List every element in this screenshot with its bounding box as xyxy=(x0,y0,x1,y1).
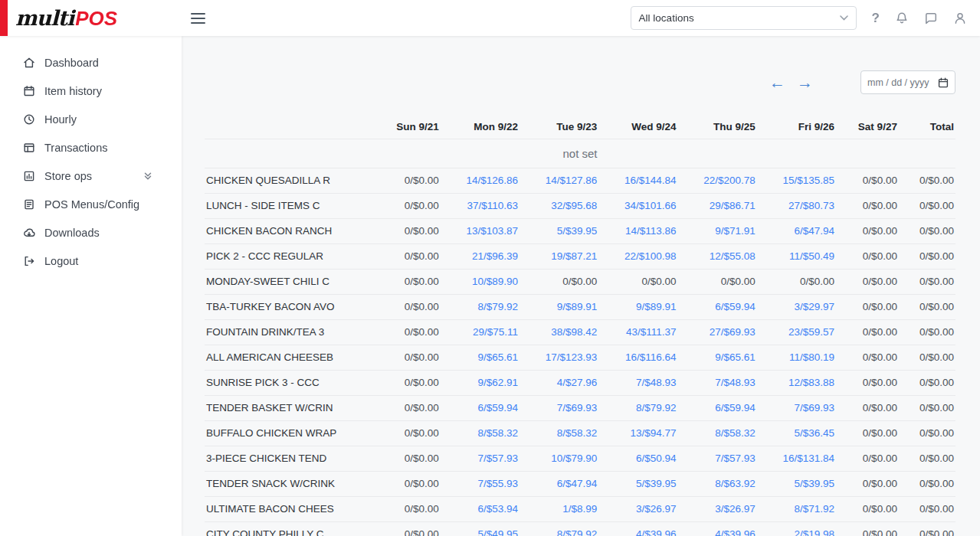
date-input[interactable] xyxy=(867,77,933,88)
cell-value-link[interactable]: 7/$48.93 xyxy=(715,377,755,388)
item-name: CITY COUNTY PHILLY C xyxy=(205,521,362,536)
menu-toggle-button[interactable] xyxy=(191,11,209,26)
cell-value-link[interactable]: 13/$103.87 xyxy=(467,225,519,237)
cell-value-link[interactable]: 8/$71.92 xyxy=(795,503,835,515)
sidebar-item-hourly[interactable]: Hourly xyxy=(0,105,182,133)
cell-value-link[interactable]: 11/$50.49 xyxy=(789,250,834,262)
cell-value-link[interactable]: 23/$59.57 xyxy=(788,326,834,338)
cell-value-link[interactable]: 17/$123.93 xyxy=(546,351,598,363)
cell-value-link[interactable]: 6/$59.94 xyxy=(715,402,755,413)
cell-value-link[interactable]: 6/$47.94 xyxy=(795,225,835,237)
cell-value-link[interactable]: 5/$49.95 xyxy=(478,528,519,536)
cell-value-link[interactable]: 19/$87.21 xyxy=(551,250,597,262)
help-button[interactable]: ? xyxy=(872,11,880,25)
cell-value-link[interactable]: 11/$80.19 xyxy=(789,351,834,363)
cell-value-link[interactable]: 9/$65.61 xyxy=(715,351,755,363)
cell: 0/$0.00 xyxy=(899,420,955,446)
cell-value-link[interactable]: 16/$131.84 xyxy=(783,453,835,464)
cell-value-link[interactable]: 8/$79.92 xyxy=(557,528,598,536)
sidebar-item-transactions[interactable]: Transactions xyxy=(0,133,182,162)
next-week-button[interactable]: → xyxy=(797,74,813,90)
cell-value-link[interactable]: 14/$113.86 xyxy=(625,225,677,237)
item-name: 3-PIECE CHICKEN TEND xyxy=(205,446,362,471)
cell-value-link[interactable]: 3/$26.97 xyxy=(636,503,677,515)
cell-value-link[interactable]: 43/$111.37 xyxy=(626,326,677,338)
cell-value-link[interactable]: 8/$79.92 xyxy=(636,402,677,413)
cell-value-link[interactable]: 10/$89.90 xyxy=(472,276,518,287)
sidebar-item-downloads[interactable]: Downloads xyxy=(0,218,182,247)
sidebar-item-dashboard[interactable]: Dashboard xyxy=(0,48,182,77)
cell-value-link[interactable]: 9/$62.91 xyxy=(478,377,519,388)
cell-value-link[interactable]: 13/$94.77 xyxy=(631,427,677,439)
prev-week-button[interactable]: ← xyxy=(769,74,785,90)
cell-value-link[interactable]: 6/$59.94 xyxy=(478,402,519,413)
cell-value-link[interactable]: 16/$116.64 xyxy=(625,351,677,363)
messages-button[interactable] xyxy=(924,11,938,25)
cell-value-link[interactable]: 38/$98.42 xyxy=(551,326,597,338)
cell: 8/$58.32 xyxy=(441,420,519,446)
cell-value-link[interactable]: 12/$55.08 xyxy=(710,250,755,262)
cell-value-link[interactable]: 9/$71.91 xyxy=(715,225,755,237)
cell-value-link[interactable]: 6/$50.94 xyxy=(636,453,677,464)
cell-value-link[interactable]: 8/$58.32 xyxy=(557,427,598,439)
sidebar-item-pos-menus-config[interactable]: POS Menus/Config xyxy=(0,190,182,218)
table-header-row: Sun 9/21Mon 9/22Tue 9/23Wed 9/24Thu 9/25… xyxy=(205,116,955,139)
cell-value-link[interactable]: 7/$57.93 xyxy=(478,453,519,464)
cell-value-link[interactable]: 4/$39.96 xyxy=(636,528,677,536)
cell-value-link[interactable]: 3/$29.97 xyxy=(795,301,835,312)
cell-value-link[interactable]: 9/$65.61 xyxy=(478,351,519,363)
cell-value-link[interactable]: 32/$95.68 xyxy=(551,200,597,211)
cell-value-link[interactable]: 34/$101.66 xyxy=(624,200,677,211)
notifications-button[interactable] xyxy=(895,11,909,25)
date-picker[interactable] xyxy=(860,70,955,94)
cell-value-link[interactable]: 5/$36.45 xyxy=(795,427,835,439)
cell-value-link[interactable]: 8/$58.32 xyxy=(478,427,519,439)
cell-value-link[interactable]: 22/$200.78 xyxy=(703,175,755,186)
cell-value-link[interactable]: 1/$8.99 xyxy=(562,503,597,515)
sidebar-item-store-ops[interactable]: Store ops xyxy=(0,162,182,190)
calendar-icon[interactable] xyxy=(938,77,949,88)
sidebar-item-item-history[interactable]: Item history xyxy=(0,77,182,105)
cell-value-link[interactable]: 4/$27.96 xyxy=(557,377,598,388)
cell-value-link[interactable]: 5/$39.95 xyxy=(795,478,835,489)
cell: 0/$0.00 xyxy=(519,269,598,294)
cell-value-link[interactable]: 9/$89.91 xyxy=(557,301,598,312)
cell-value-link[interactable]: 22/$100.98 xyxy=(624,250,677,262)
cell-value-link[interactable]: 15/$135.85 xyxy=(783,175,835,186)
cell-value-link[interactable]: 14/$126.86 xyxy=(467,175,519,186)
cell-value-link[interactable]: 2/$19.98 xyxy=(795,528,835,536)
item-name: ALL AMERICAN CHEESEB xyxy=(205,345,362,370)
account-button[interactable] xyxy=(953,11,967,25)
cell-value-link[interactable]: 8/$63.92 xyxy=(715,478,755,489)
cell-value-link[interactable]: 7/$69.93 xyxy=(557,402,598,413)
cell-value-link[interactable]: 5/$39.95 xyxy=(636,478,677,489)
cell-value-link[interactable]: 7/$57.93 xyxy=(715,453,755,464)
cell-value-link[interactable]: 16/$144.84 xyxy=(624,175,677,186)
cell-value-link[interactable]: 8/$79.92 xyxy=(478,301,519,312)
cell-value-link[interactable]: 6/$53.94 xyxy=(478,503,519,515)
cell-value-link[interactable]: 29/$75.11 xyxy=(473,326,518,338)
location-select[interactable]: All locations xyxy=(631,6,857,30)
chevrons-down-icon xyxy=(143,172,152,181)
cell-value-link[interactable]: 7/$69.93 xyxy=(795,402,835,413)
cell-value-link[interactable]: 21/$96.39 xyxy=(472,250,518,262)
sidebar-item-logout[interactable]: Logout xyxy=(0,247,182,275)
cell-value-link[interactable]: 8/$58.32 xyxy=(715,427,755,439)
cell: 7/$69.93 xyxy=(757,395,836,420)
cell-value-link[interactable]: 10/$79.90 xyxy=(551,453,597,464)
cell-value-link[interactable]: 9/$89.91 xyxy=(636,301,677,312)
cell-value-link[interactable]: 4/$39.96 xyxy=(715,528,755,536)
cell-value-link[interactable]: 6/$47.94 xyxy=(557,478,598,489)
cell-value-link[interactable]: 3/$26.97 xyxy=(715,503,755,515)
cell-value-link[interactable]: 12/$83.88 xyxy=(788,377,834,388)
cell-value-link[interactable]: 6/$59.94 xyxy=(715,301,755,312)
cell-value-link[interactable]: 29/$86.71 xyxy=(710,200,755,211)
cell-value-link[interactable]: 37/$110.63 xyxy=(467,200,519,211)
cell: 13/$103.87 xyxy=(441,218,519,243)
cell-value-link[interactable]: 5/$39.95 xyxy=(557,225,598,237)
cell-value-link[interactable]: 14/$127.86 xyxy=(546,175,598,186)
cell-value-link[interactable]: 27/$80.73 xyxy=(788,200,834,211)
cell-value-link[interactable]: 27/$69.93 xyxy=(710,326,755,338)
cell-value-link[interactable]: 7/$48.93 xyxy=(636,377,677,388)
cell-value-link[interactable]: 7/$55.93 xyxy=(478,478,519,489)
